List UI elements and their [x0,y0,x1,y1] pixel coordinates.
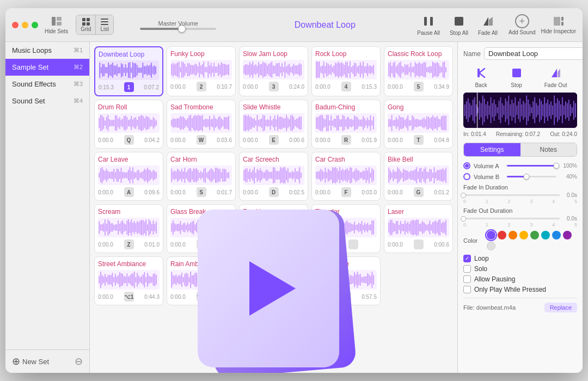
color-swatch-cyan[interactable] [541,231,550,239]
color-swatch-yellow[interactable] [519,231,528,239]
color-swatch-violet[interactable] [563,231,572,239]
grid-view-button[interactable]: Grid [76,15,96,34]
hide-sets-button[interactable]: Hide Sets [45,15,68,34]
back-button[interactable]: Back [474,65,489,88]
list-view-button[interactable]: List [96,15,113,34]
sound-card[interactable]: Slide Whistle0:00.0E0:00.6 [239,100,308,149]
maximize-button[interactable] [32,22,38,28]
sound-card[interactable]: Car Screech0:00.0D0:02.5 [239,152,308,201]
sound-card[interactable]: Scream0:00.0Z0:01.0 [94,204,163,253]
delete-set-button[interactable]: ⊖ [75,355,83,367]
color-swatch-white[interactable] [487,242,495,250]
svg-rect-872 [194,273,195,287]
svg-rect-828 [117,276,118,283]
sound-card[interactable]: Gong0:00.0T0:04.8 [384,100,453,149]
only-play-checkbox[interactable] [463,286,471,293]
svg-rect-411 [439,119,440,127]
svg-rect-979 [464,105,465,116]
sound-card[interactable]: Drum Roll0:00.0Q0:04.2 [94,100,163,149]
sound-card[interactable]: Street Ambiance0:00.0⌥10:44.3 [94,256,163,305]
pause-all-button[interactable]: Pause All [417,14,440,36]
svg-rect-871 [193,275,194,285]
sound-card[interactable]: Laser0:00.00:00.6 [384,204,453,253]
svg-rect-179 [393,63,394,77]
sound-card[interactable]: ...ambiance0:00.00:57.5 [311,256,381,305]
fade-in-slider[interactable] [463,194,560,196]
color-swatch-blue[interactable] [552,231,561,239]
sidebar-item-sample-set[interactable]: Sample Set ⌘2 [5,59,89,76]
fade-out-button[interactable]: Fade Out [544,65,567,88]
color-swatch-green[interactable] [530,231,539,239]
svg-rect-425 [112,171,113,179]
add-sound-button[interactable]: + Add Sound [509,14,536,35]
loop-checkbox[interactable] [463,255,471,262]
sound-card[interactable]: Rock Loop0:00.040:15.3 [311,46,381,96]
sound-card[interactable]: Funky Loop0:00.020:10.7 [167,46,236,96]
stop-all-button[interactable]: Stop All [450,14,468,36]
volume-b-radio[interactable] [463,173,470,180]
sound-card[interactable]: Downbeat Loop0:15.310:07.2 [94,46,163,96]
svg-rect-543 [326,172,327,179]
key-badge: 4 [341,82,351,91]
sound-card[interactable]: Thunder0:00.0 [311,204,381,253]
tab-notes[interactable]: Notes [520,143,577,156]
svg-rect-378 [391,115,393,131]
volume-b-slider[interactable] [507,176,556,177]
solo-checkbox[interactable] [463,265,471,273]
color-swatch-red[interactable] [498,231,506,239]
svg-rect-1042 [567,103,568,118]
minimize-button[interactable] [22,22,28,28]
inspector-name-input[interactable] [484,47,583,60]
tab-settings[interactable]: Settings [464,143,520,156]
color-swatch-orange[interactable] [509,231,517,239]
sound-card[interactable]: Car Leave0:00.0A0:09.6 [94,152,163,201]
svg-rect-301 [251,117,252,129]
svg-rect-38 [131,67,132,73]
sound-card[interactable]: Bike Bell0:00.0G0:01.2 [384,152,453,201]
waveform [315,113,377,133]
master-volume-slider[interactable] [140,28,216,30]
svg-rect-484 [212,169,213,181]
replace-button[interactable]: Replace [544,303,577,312]
svg-rect-697 [245,222,246,233]
allow-pausing-checkbox[interactable] [463,275,471,283]
svg-rect-386 [403,118,404,128]
sidebar-item-sound-effects[interactable]: Sound Effects ⌘3 [5,76,89,93]
new-set-button[interactable]: ⊕ New Set [12,355,49,367]
stop-button[interactable]: Stop [509,65,524,88]
svg-rect-329 [292,115,293,131]
hide-inspector-button[interactable]: Hide Inspector [541,15,576,34]
svg-rect-330 [293,117,295,129]
sound-card[interactable]: Classic Rock Loop0:00.050:34.9 [384,46,453,96]
svg-rect-946 [330,272,332,287]
svg-rect-692 [224,222,225,233]
sound-card[interactable]: Car Int. A...0:00.0 [239,256,308,305]
sidebar-item-music-loops[interactable]: Music Loops ⌘1 [5,42,89,59]
svg-rect-542 [325,168,326,183]
sound-card[interactable]: Fog Horn0:00.0C0:00.6 [239,204,308,253]
svg-rect-9 [101,24,108,25]
svg-rect-943 [326,276,327,283]
svg-rect-607 [434,167,435,183]
sidebar-item-sound-set[interactable]: Sound Set ⌘4 [5,93,89,109]
svg-rect-1018 [528,100,529,121]
volume-a-slider[interactable] [507,165,556,167]
sound-card[interactable]: Car Crash0:00.0F0:03.0 [311,152,381,201]
waveform [170,218,232,237]
inspector-time-info: In: 0:01.4 Remaining: 0:07.2 Out: 0:24.0 [463,131,577,137]
fade-all-button[interactable]: Fade All [478,14,498,36]
sound-card[interactable]: Rain Ambiance0:00.0⌥20:09.8 [167,256,236,305]
close-button[interactable] [12,22,19,28]
svg-rect-319 [277,115,278,131]
color-swatch-purple[interactable] [487,231,495,239]
sound-card[interactable]: Sad Trombone0:00.0W0:03.6 [167,100,236,149]
sound-card[interactable]: Glass Break0:00.0X0:01.0 [167,204,236,253]
volume-a-radio[interactable] [463,162,470,169]
sound-card[interactable]: Badum-Ching0:00.0R0:01.9 [311,100,381,149]
svg-rect-540 [322,170,323,180]
svg-rect-252 [151,120,152,126]
sound-card[interactable]: Slow Jam Loop0:00.030:24.0 [239,46,308,96]
fade-out-slider[interactable] [463,218,560,219]
svg-rect-1020 [531,107,532,113]
sound-card[interactable]: Car Horn0:00.0S0:01.7 [167,152,236,201]
